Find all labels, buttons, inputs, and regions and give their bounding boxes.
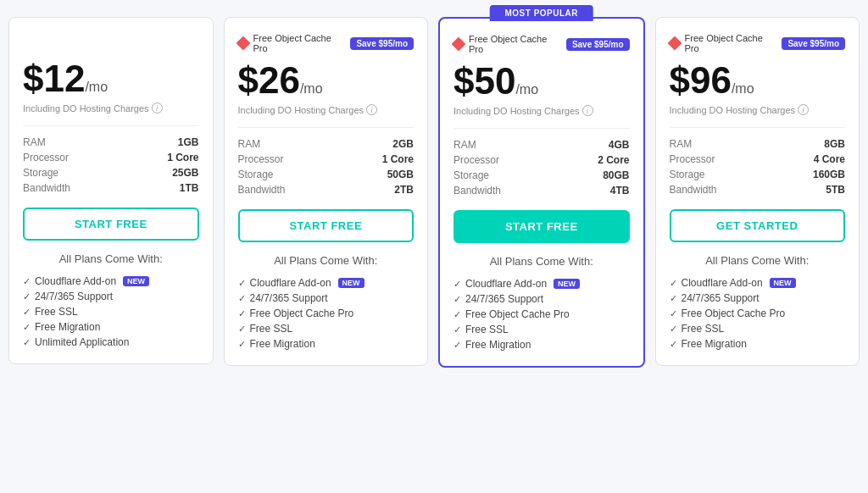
feature-item: ✓ Cloudflare Add-on NEW: [453, 276, 630, 291]
new-badge: NEW: [123, 276, 149, 286]
info-icon[interactable]: i: [366, 104, 377, 115]
new-badge: NEW: [554, 279, 580, 289]
spec-value: 1GB: [178, 136, 199, 148]
feature-item: ✓ Free Migration: [453, 337, 630, 352]
spec-row: Storage 160GB: [670, 167, 846, 182]
check-icon: ✓: [453, 324, 461, 335]
spec-row: RAM 4GB: [453, 137, 630, 152]
feature-text: Cloudflare Add-on: [465, 278, 547, 290]
feature-text: Free Object Cache Pro: [250, 307, 354, 319]
spec-value: 2TB: [394, 184, 414, 196]
cta-button[interactable]: GET STARTED: [670, 209, 846, 242]
plan-card-starter: Free Object Cache Pro Save $95/mo $26/mo…: [224, 17, 429, 366]
check-icon: ✓: [670, 278, 677, 289]
feature-text: Free SSL: [250, 323, 293, 335]
feature-header: Free Object Cache Pro Save $95/mo: [453, 34, 630, 54]
spec-label: Bandwidth: [670, 184, 717, 196]
check-icon: ✓: [453, 340, 461, 351]
feature-item: ✓ Free SSL: [238, 321, 415, 336]
info-icon[interactable]: i: [582, 105, 593, 116]
info-icon[interactable]: i: [798, 104, 809, 115]
feature-text: 24/7/365 Support: [35, 291, 113, 302]
feature-text: Free SSL: [35, 306, 78, 318]
plan-card-popular: MOST POPULAR Free Object Cache Pro Save …: [438, 17, 645, 368]
plan-card-basic: $12/mo Including DO Hosting Charges i RA…: [8, 17, 214, 364]
price-suffix: /mo: [300, 81, 323, 96]
price-suffix: /mo: [515, 82, 538, 97]
price-amount: $26: [238, 59, 300, 101]
all-plans-title: All Plans Come With:: [23, 252, 199, 265]
feature-item: ✓ Free Object Cache Pro: [453, 307, 630, 322]
check-icon: ✓: [23, 307, 31, 318]
spec-label: Processor: [670, 153, 715, 165]
spec-label: Storage: [670, 169, 705, 180]
feature-text: Free Migration: [682, 338, 747, 350]
feature-list: ✓ Cloudflare Add-on NEW ✓ 24/7/365 Suppo…: [453, 276, 630, 352]
spec-value: 4GB: [609, 139, 630, 151]
spec-label: Storage: [23, 167, 58, 179]
feature-label: Free Object Cache Pro: [685, 33, 774, 53]
spec-value: 1 Core: [167, 152, 198, 163]
new-badge: NEW: [770, 278, 796, 288]
spec-value: 2 Core: [598, 154, 629, 166]
feature-item: ✓ Cloudflare Add-on NEW: [670, 275, 846, 291]
spec-label: RAM: [453, 139, 476, 151]
feature-item: ✓ 24/7/365 Support: [238, 291, 415, 306]
spec-row: Bandwidth 1TB: [23, 180, 199, 196]
check-icon: ✓: [670, 339, 677, 350]
spec-row: RAM 1GB: [23, 135, 199, 150]
price-note: Including DO Hosting Charges i: [453, 105, 630, 116]
spec-label: Bandwidth: [238, 184, 286, 196]
check-icon: ✓: [453, 279, 461, 290]
feature-item: ✓ 24/7/365 Support: [453, 291, 630, 307]
specs-table: RAM 4GB Processor 2 Core Storage 80GB Ba…: [453, 128, 630, 198]
check-icon: ✓: [23, 322, 31, 333]
diamond-icon: [667, 36, 682, 51]
spec-row: Processor 1 Core: [23, 150, 199, 165]
price-amount: $50: [453, 60, 515, 102]
feature-item: ✓ Free SSL: [670, 321, 846, 336]
feature-header: Free Object Cache Pro Save $95/mo: [238, 33, 415, 53]
spec-row: Processor 4 Core: [670, 152, 846, 167]
spec-row: Bandwidth 5TB: [670, 182, 846, 197]
info-icon[interactable]: i: [152, 102, 163, 114]
feature-text: Cloudflare Add-on: [682, 277, 763, 289]
spec-label: RAM: [670, 138, 693, 150]
spec-row: RAM 2GB: [238, 136, 415, 152]
check-icon: ✓: [238, 293, 246, 304]
feature-item: ✓ Free Migration: [23, 319, 199, 335]
specs-table: RAM 8GB Processor 4 Core Storage 160GB B…: [670, 127, 846, 197]
feature-list: ✓ Cloudflare Add-on NEW ✓ 24/7/365 Suppo…: [23, 274, 199, 350]
plan-card-pro: Free Object Cache Pro Save $95/mo $96/mo…: [655, 17, 860, 366]
spec-row: Processor 1 Core: [238, 152, 415, 167]
check-icon: ✓: [23, 276, 31, 287]
feature-item: ✓ Cloudflare Add-on NEW: [238, 275, 415, 291]
feature-header: Free Object Cache Pro Save $95/mo: [670, 33, 846, 53]
feature-item: ✓ Free Migration: [670, 336, 846, 352]
feature-item: ✓ Unlimited Application: [23, 335, 199, 350]
plan-price: $96/mo: [670, 62, 846, 99]
cta-button[interactable]: START FREE: [238, 209, 415, 242]
feature-label: Free Object Cache Pro: [253, 33, 342, 53]
check-icon: ✓: [670, 308, 677, 319]
spec-value: 1 Core: [382, 153, 414, 165]
price-amount: $96: [670, 59, 732, 101]
cta-button[interactable]: START FREE: [453, 210, 630, 243]
feature-text: 24/7/365 Support: [465, 293, 543, 305]
feature-text: 24/7/365 Support: [682, 292, 760, 304]
save-badge: Save $95/mo: [782, 37, 845, 50]
spec-row: Storage 25GB: [23, 165, 199, 180]
check-icon: ✓: [453, 309, 461, 320]
spec-value: 5TB: [826, 184, 845, 196]
spec-label: Bandwidth: [23, 182, 70, 194]
diamond-icon: [452, 37, 466, 52]
price-suffix: /mo: [732, 81, 754, 96]
feature-item: ✓ Free Migration: [238, 336, 415, 352]
new-badge: NEW: [338, 278, 364, 288]
spec-label: Processor: [238, 153, 284, 165]
price-note: Including DO Hosting Charges i: [23, 102, 199, 114]
cta-button[interactable]: START FREE: [23, 208, 199, 241]
feature-list: ✓ Cloudflare Add-on NEW ✓ 24/7/365 Suppo…: [670, 275, 846, 352]
feature-list: ✓ Cloudflare Add-on NEW ✓ 24/7/365 Suppo…: [238, 275, 415, 352]
specs-table: RAM 1GB Processor 1 Core Storage 25GB Ba…: [23, 125, 199, 196]
